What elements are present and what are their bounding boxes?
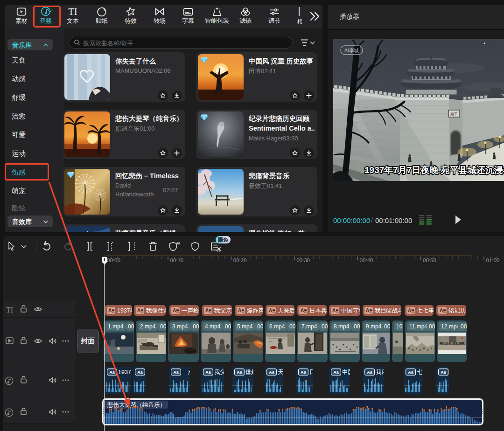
svg-text:A: A <box>238 308 241 313</box>
svg-text:00:20: 00:20 <box>233 257 247 263</box>
svg-text:A: A <box>332 308 336 313</box>
svg-text:A: A <box>301 308 304 313</box>
svg-text:铭记历史,勿忘国耻: 铭记历史,勿忘国耻 <box>439 341 465 345</box>
svg-text:A: A <box>408 308 411 313</box>
svg-text:00:30: 00:30 <box>296 257 310 263</box>
svg-text:A: A <box>137 308 140 313</box>
svg-text:A: A <box>366 308 369 313</box>
svg-text:00:40: 00:40 <box>360 257 373 263</box>
svg-text:00:10: 00:10 <box>170 257 183 263</box>
svg-text:A: A <box>440 308 443 313</box>
svg-text:A: A <box>205 308 209 313</box>
svg-text:TI: TI <box>6 306 13 314</box>
svg-text:A: A <box>108 308 112 313</box>
svg-text:A: A <box>173 308 176 313</box>
svg-text:01:00: 01:00 <box>486 257 499 263</box>
svg-text:00:00: 00:00 <box>107 257 120 263</box>
svg-text:00:50: 00:50 <box>423 257 436 263</box>
svg-text:A: A <box>269 308 272 313</box>
